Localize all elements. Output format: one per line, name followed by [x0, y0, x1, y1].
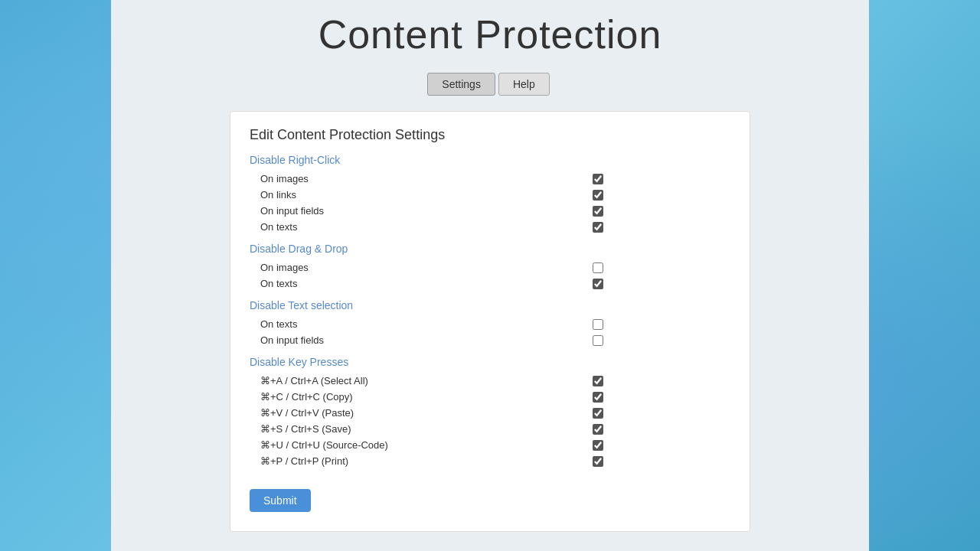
option-label: ⌘+C / Ctrl+C (Copy) — [260, 391, 593, 403]
submit-button[interactable]: Submit — [250, 489, 311, 512]
checkbox-s1-o0[interactable] — [593, 262, 603, 273]
checkbox-s0-o2[interactable] — [593, 206, 603, 217]
checkbox-s2-o1[interactable] — [593, 335, 603, 346]
option-row: On images — [250, 259, 730, 276]
option-label: ⌘+S / Ctrl+S (Save) — [260, 423, 593, 435]
checkbox-s3-o3[interactable] — [593, 424, 603, 435]
option-row: ⌘+C / Ctrl+C (Copy) — [250, 389, 730, 405]
section-heading-3: Disable Key Presses — [250, 356, 730, 368]
option-row: ⌘+S / Ctrl+S (Save) — [250, 421, 730, 437]
option-row: ⌘+U / Ctrl+U (Source-Code) — [250, 437, 730, 453]
checkbox-s3-o0[interactable] — [593, 376, 603, 386]
option-row: On input fields — [250, 203, 730, 219]
option-label: On texts — [260, 221, 593, 233]
option-row: On input fields — [250, 332, 730, 348]
option-row: On texts — [250, 316, 730, 332]
option-row: On texts — [250, 276, 730, 292]
option-label: On texts — [260, 318, 593, 330]
tab-help[interactable]: Help — [498, 73, 550, 96]
section-2: Disable Text selectionOn textsOn input f… — [250, 299, 730, 348]
option-label: On texts — [260, 278, 593, 289]
checkbox-s3-o4[interactable] — [593, 440, 603, 451]
section-3: Disable Key Presses⌘+A / Ctrl+A (Select … — [250, 356, 730, 469]
option-row: ⌘+P / Ctrl+P (Print) — [250, 453, 730, 469]
tab-settings[interactable]: Settings — [427, 73, 495, 96]
option-label: ⌘+A / Ctrl+A (Select All) — [260, 375, 593, 386]
section-0: Disable Right-ClickOn imagesOn linksOn i… — [250, 154, 730, 235]
section-heading-1: Disable Drag & Drop — [250, 243, 730, 255]
option-label: On images — [260, 173, 593, 184]
section-heading-2: Disable Text selection — [250, 299, 730, 311]
checkbox-s1-o1[interactable] — [593, 279, 603, 289]
option-row: ⌘+A / Ctrl+A (Select All) — [250, 373, 730, 389]
main-container: Content Protection Settings Help Edit Co… — [111, 0, 869, 551]
option-label: On input fields — [260, 205, 593, 217]
option-row: On images — [250, 171, 730, 187]
option-label: ⌘+P / Ctrl+P (Print) — [260, 455, 593, 467]
option-label: ⌘+V / Ctrl+V (Paste) — [260, 407, 593, 419]
option-row: On links — [250, 187, 730, 203]
page-title: Content Protection — [318, 11, 662, 57]
checkbox-s3-o1[interactable] — [593, 392, 603, 403]
settings-panel: Edit Content Protection Settings Disable… — [230, 111, 750, 532]
panel-title: Edit Content Protection Settings — [250, 127, 730, 143]
option-label: On links — [260, 189, 593, 201]
option-label: On images — [260, 262, 593, 273]
checkbox-s0-o1[interactable] — [593, 190, 603, 201]
sections-container: Disable Right-ClickOn imagesOn linksOn i… — [250, 154, 730, 469]
option-label: ⌘+U / Ctrl+U (Source-Code) — [260, 439, 593, 451]
section-1: Disable Drag & DropOn imagesOn texts — [250, 243, 730, 292]
checkbox-s0-o0[interactable] — [593, 174, 603, 184]
checkbox-s3-o5[interactable] — [593, 456, 603, 467]
option-row: On texts — [250, 219, 730, 235]
checkbox-s3-o2[interactable] — [593, 408, 603, 419]
tab-bar: Settings Help — [427, 73, 552, 96]
checkbox-s0-o3[interactable] — [593, 222, 603, 233]
option-label: On input fields — [260, 334, 593, 346]
section-heading-0: Disable Right-Click — [250, 154, 730, 166]
option-row: ⌘+V / Ctrl+V (Paste) — [250, 405, 730, 421]
checkbox-s2-o0[interactable] — [593, 319, 603, 330]
